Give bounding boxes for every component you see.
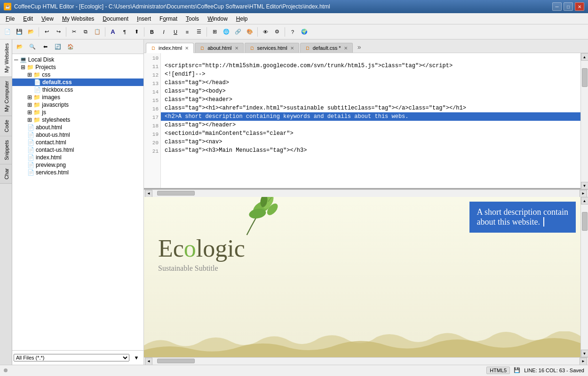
globe-button[interactable]: 🌐 [221,26,232,38]
tree-item-js[interactable]: ⊞ 📁 js [12,109,143,116]
side-label-snippets[interactable]: Snippets [0,136,12,164]
redo-button[interactable]: ↪ [53,26,64,38]
link-button[interactable]: 🔗 [232,26,244,38]
scroll-right-arrow[interactable]: ► [580,190,587,197]
preview-hscroll-thumb[interactable] [157,359,195,363]
scroll-thumb[interactable] [582,68,588,87]
minimize-button[interactable]: ─ [552,2,562,11]
tree-item-local-disk[interactable]: ─ 💻 Local Disk [12,56,143,63]
menu-file[interactable]: File [2,15,18,23]
new-button[interactable]: 📄 [2,26,13,38]
tab-icon-2: 🗋 [200,46,205,51]
file-type-select[interactable]: All Files (*.*) [14,354,129,361]
tree-item-contact-us-html[interactable]: 📄 contact-us.html [12,146,143,154]
preview-scrollbar[interactable]: ▲ ▼ [580,197,588,357]
cut-button[interactable]: ✂ [68,26,79,38]
preview-scroll-thumb[interactable] [582,212,588,231]
code-content[interactable]: <script src="http://html5shim.googlecode… [161,53,580,188]
fp-home-button[interactable]: 🏠 [65,41,76,52]
tab-index-html[interactable]: 🗋 index.html ✕ [146,43,194,53]
tab-about-html[interactable]: 🗋 about.html ✕ [195,43,243,53]
tree-item-preview-png[interactable]: 📄 preview.png [12,161,143,169]
tree-item-about-us-html[interactable]: 📄 about-us.html [12,131,143,139]
tree-item-projects[interactable]: ⊞ 📁 Projects [12,63,143,71]
menu-help[interactable]: Help [232,15,252,23]
tree-item-javascripts[interactable]: ⊞ 📁 javascripts [12,101,143,109]
fp-search-button[interactable]: 🔍 [27,41,38,52]
menu-tools[interactable]: Tools [182,15,203,23]
upload-button[interactable]: ⬆ [131,26,142,38]
hscroll-thumb[interactable] [157,191,195,196]
code-editor[interactable]: 101112131415161718192021 <script src="ht… [144,53,580,189]
tree-label-default-css: default.css [42,79,72,86]
tab-default-css[interactable]: 🗋 default.css * ✕ [300,43,353,53]
font-button[interactable]: A [107,26,119,38]
tab-close-4[interactable]: ✕ [344,46,348,51]
code-editor-scrollbar[interactable]: ▲ ▼ [580,53,588,189]
menu-document[interactable]: Document [99,15,132,23]
scroll-down-arrow[interactable]: ▼ [581,182,588,189]
tree-item-about-html[interactable]: 📄 about.html [12,124,143,131]
window-controls: ─ □ ✕ [552,2,584,11]
tree-item-index-html[interactable]: 📄 index.html [12,154,143,161]
help-tb-button[interactable]: ? [287,26,298,38]
menu-window[interactable]: Window [204,15,231,23]
paste-button[interactable]: 📋 [92,26,103,38]
fp-folder-button[interactable]: 📂 [14,41,25,52]
tree-label-images: images [42,94,60,101]
tab-label-3: services.html [257,45,287,51]
menu-view[interactable]: View [38,15,57,23]
preview-button[interactable]: 👁 [260,26,271,38]
code-line-21: class="tag"><h3>Main Menuclass="tag"></h… [161,146,580,155]
color-button[interactable]: 🎨 [244,26,255,38]
side-label-char[interactable]: Char [0,164,12,184]
tree-item-contact-html[interactable]: 📄 contact.html [12,139,143,146]
list-button[interactable]: ☰ [193,26,205,38]
copy-button[interactable]: ⧉ [80,26,91,38]
browser-button[interactable]: 🌍 [299,26,310,38]
file-panel: 📂 🔍 ⬅ 🔄 🏠 ─ 💻 Local Disk⊞ 📁 Projects⊞ 📁 … [12,39,144,365]
table-button[interactable]: ⊞ [209,26,220,38]
preview-scroll-right[interactable]: ► [580,358,587,365]
tree-item-css[interactable]: ⊞ 📁 css [12,71,143,78]
preview-scroll-left[interactable]: ◄ [145,358,152,365]
scroll-up-arrow[interactable]: ▲ [581,53,588,61]
preview-hscrollbar[interactable]: ◄ ► [144,357,588,365]
preview-scroll-up[interactable]: ▲ [581,197,588,204]
fp-refresh-button[interactable]: 🔄 [52,41,64,52]
filter-dropdown-button[interactable]: ▼ [131,352,142,363]
tab-close-1[interactable]: ✕ [185,46,189,51]
preview-scroll-down[interactable]: ▼ [581,350,588,357]
undo-button[interactable]: ↩ [41,26,52,38]
tab-close-3[interactable]: ✕ [290,46,294,51]
fp-nav-button[interactable]: ⬅ [40,41,51,52]
tab-add-button[interactable]: » [354,41,365,53]
menu-edit[interactable]: Edit [19,15,37,23]
bold-button[interactable]: B [146,26,158,38]
tree-item-default-css[interactable]: 📄 default.css [12,78,143,86]
tree-item-images[interactable]: ⊞ 📁 images [12,94,143,101]
paragraph-button[interactable]: ¶ [119,26,130,38]
tab-services-html[interactable]: 🗋 services.html ✕ [245,43,299,53]
underline-button[interactable]: U [170,26,181,38]
italic-button[interactable]: I [158,26,169,38]
side-label-my-computer[interactable]: My Computer [0,77,12,116]
maximize-button[interactable]: □ [564,2,573,11]
open-button[interactable]: 📂 [25,26,37,38]
menu-format[interactable]: Format [156,15,181,23]
side-label-my-websites[interactable]: My Websites [0,39,12,77]
close-button[interactable]: ✕ [575,2,584,11]
menu-insert[interactable]: Insert [133,15,155,23]
tree-item-services-html[interactable]: 📄 services.html [12,169,143,176]
tree-item-stylesheets[interactable]: ⊞ 📁 stylesheets [12,116,143,124]
scroll-left-arrow[interactable]: ◄ [145,190,152,197]
align-button[interactable]: ≡ [182,26,193,38]
menu-my-websites[interactable]: My Websites [58,15,98,23]
side-label-code[interactable]: Code [0,116,12,136]
code-editor-hscrollbar[interactable]: ◄ ► [144,189,588,197]
tree-icon-about-html: 📄 [27,124,34,131]
tree-item-thickbox-css[interactable]: 📄 thickbox.css [12,86,143,94]
tab-close-2[interactable]: ✕ [235,46,238,51]
settings-button[interactable]: ⚙ [271,26,283,38]
save-button[interactable]: 💾 [14,26,25,38]
